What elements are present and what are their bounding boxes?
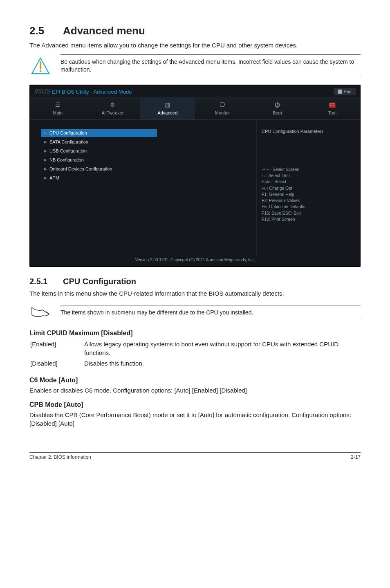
section-heading: 2.5Advanced menu: [29, 25, 361, 37]
caution-text: Be cautious when changing the settings o…: [61, 54, 361, 77]
subsection-number: 2.5.1: [29, 277, 63, 286]
toolbox-icon: 🧰: [305, 101, 360, 109]
option-value: Disables this function.: [84, 359, 360, 369]
bios-menu-panel: ▶CPU Configuration ▶SATA Configuration ▶…: [30, 120, 256, 255]
note-text: The items shown in submenu may be differ…: [61, 305, 361, 320]
table-row: [Disabled] Disables this function.: [30, 359, 360, 369]
note-callout: The items shown in submenu may be differ…: [29, 303, 361, 322]
limit-cpuid-options: [Enabled] Allows legacy operating system…: [29, 339, 361, 370]
bios-help-panel: CPU Configuration Parameters →←: Select …: [256, 120, 360, 255]
help-key-list: →←: Select Screen ↑↓: Select Item Enter:…: [262, 166, 353, 222]
footer-left: Chapter 2: BIOS information: [29, 454, 91, 460]
tab-monitor-label: Monitor: [195, 110, 250, 115]
menu-apm[interactable]: ▶APM: [41, 174, 252, 182]
monitor-icon: 🖵: [195, 101, 250, 109]
gear-icon: ⚙: [85, 101, 140, 109]
key-hint: F2: Previous Values: [262, 197, 353, 204]
menu-cpu-configuration[interactable]: ▶CPU Configuration: [41, 129, 157, 137]
menu-onboard-label: Onboard Devices Configuration: [49, 166, 112, 171]
subsection-intro: The items in this menu show the CPU-rela…: [29, 290, 361, 298]
menu-nb-label: NB Configuration: [49, 157, 84, 162]
tab-ai-tweaker[interactable]: ⚙ Ai Tweaker: [85, 97, 140, 119]
cpb-mode-heading: CPB Mode [Auto]: [29, 401, 361, 408]
menu-onboard-devices[interactable]: ▶Onboard Devices Configuration: [41, 165, 252, 173]
chevron-right-icon: ▶: [44, 158, 47, 162]
chip-icon: ▥: [140, 101, 195, 109]
c6-mode-heading: C6 Mode [Auto]: [29, 377, 361, 384]
exit-label: Exit: [344, 89, 352, 94]
tab-boot-label: Boot: [250, 110, 305, 115]
key-hint: F1: General Help: [262, 191, 353, 197]
help-title: CPU Configuration Parameters: [262, 129, 353, 134]
menu-cpu-label: CPU Configuration: [49, 130, 87, 135]
bios-titlebar: /ISUS EFI BIOS Utility - Advanced Mode E…: [30, 85, 360, 97]
menu-sata-configuration[interactable]: ▶SATA Configuration: [41, 138, 252, 146]
tab-tool-label: Tool: [305, 110, 360, 115]
menu-usb-label: USB Configuration: [49, 148, 87, 153]
menu-apm-label: APM: [49, 175, 59, 180]
tab-advanced-label: Advanced: [140, 110, 195, 115]
option-value: Allows legacy operating systems to boot …: [84, 340, 360, 359]
table-row: [Enabled] Allows legacy operating system…: [30, 340, 360, 359]
cpb-mode-body: Disables the CPB (Core Performance Boost…: [29, 411, 361, 428]
chevron-right-icon: ▶: [44, 167, 47, 171]
caution-callout: Be cautious when changing the settings o…: [29, 54, 361, 77]
bios-logo: /ISUS: [34, 88, 50, 95]
chevron-right-icon: ▶: [44, 131, 47, 135]
tab-tool[interactable]: 🧰 Tool: [305, 97, 360, 119]
option-key: [Enabled]: [30, 340, 83, 359]
note-icon: [29, 303, 52, 322]
menu-sata-label: SATA Configuration: [49, 139, 88, 144]
chevron-right-icon: ▶: [44, 176, 47, 180]
bios-screenshot: /ISUS EFI BIOS Utility - Advanced Mode E…: [29, 85, 361, 267]
key-hint: Enter: Select: [262, 179, 353, 185]
tab-boot[interactable]: ⏻ Boot: [250, 97, 305, 119]
option-key: [Disabled]: [30, 359, 83, 369]
chevron-right-icon: ▶: [44, 140, 47, 144]
caution-icon: [29, 56, 52, 76]
key-hint: F10: Save ESC: Exit: [262, 210, 353, 216]
tab-main[interactable]: ☰ Main: [30, 97, 85, 119]
tab-advanced[interactable]: ▥ Advanced: [140, 97, 195, 119]
tab-monitor[interactable]: 🖵 Monitor: [195, 97, 250, 119]
section-title: Advanced menu: [63, 25, 145, 37]
subsection-title: CPU Configuration: [63, 277, 136, 286]
bios-footer-version: Version 2.00.1201. Copyright (C) 2011 Am…: [30, 255, 360, 266]
key-hint: F12: Print Screen: [262, 216, 353, 222]
bios-tab-bar: ☰ Main ⚙ Ai Tweaker ▥ Advanced 🖵 Monitor…: [30, 97, 360, 120]
tab-ai-label: Ai Tweaker: [85, 110, 140, 115]
power-icon: ⏻: [250, 101, 305, 109]
svg-line-3: [46, 312, 49, 314]
exit-icon: [338, 90, 342, 94]
footer-right: 2-17: [351, 454, 361, 460]
menu-nb-configuration[interactable]: ▶NB Configuration: [41, 156, 252, 164]
c6-mode-body: Enables or disables C6 mode. Configurati…: [29, 386, 361, 395]
bios-window-title: EFI BIOS Utility - Advanced Mode: [52, 89, 132, 95]
exit-button[interactable]: Exit: [334, 88, 356, 95]
tab-main-label: Main: [30, 110, 85, 115]
subsection-heading: 2.5.1CPU Configuration: [29, 277, 361, 286]
svg-point-2: [40, 70, 42, 72]
list-icon: ☰: [30, 101, 85, 109]
chevron-right-icon: ▶: [44, 149, 47, 153]
page-footer: Chapter 2: BIOS information 2-17: [29, 452, 361, 460]
key-hint: ↑↓: Select Item: [262, 173, 353, 179]
section-number: 2.5: [29, 25, 63, 37]
key-hint: F5: Optimized Defaults: [262, 204, 353, 210]
intro-paragraph: The Advanced menu items allow you to cha…: [29, 41, 361, 49]
key-hint: +/-: Change Opt.: [262, 185, 353, 191]
key-hint: →←: Select Screen: [262, 166, 353, 173]
menu-usb-configuration[interactable]: ▶USB Configuration: [41, 147, 252, 155]
limit-cpuid-heading: Limit CPUID Maximum [Disabled]: [29, 330, 361, 337]
